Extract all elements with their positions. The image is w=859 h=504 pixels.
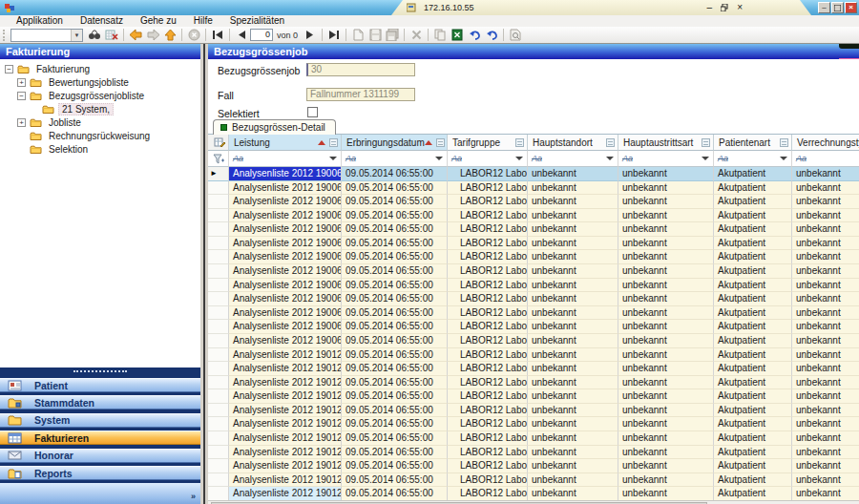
panel-splitter-grip[interactable] bbox=[0, 368, 200, 374]
nav-item-patient[interactable]: Patient bbox=[0, 378, 200, 392]
cell-erbringungsdatum[interactable]: 09.05.2014 06:55:00 bbox=[342, 250, 448, 264]
table-row[interactable]: Analysenliste 2012 1901209.05.2014 06:55… bbox=[208, 446, 859, 460]
cell-patientenart[interactable]: Akutpatient bbox=[714, 181, 792, 196]
stop-button[interactable] bbox=[185, 28, 202, 43]
column-header-verrechnungstyp-t[interactable]: Verrechnungstyp T bbox=[792, 135, 859, 151]
menu-spezialit-ten[interactable]: Spezialitäten bbox=[221, 15, 293, 27]
forward-button[interactable] bbox=[144, 28, 161, 43]
cell-verrechnungstyp-t[interactable]: unbekannt bbox=[792, 404, 859, 418]
filter-condition-icon[interactable]: Aa bbox=[346, 155, 356, 163]
cell-hauptaustrittsart[interactable]: unbekannt bbox=[618, 320, 714, 334]
cell-hauptaustrittsart[interactable]: unbekannt bbox=[618, 417, 714, 431]
cell-hauptaustrittsart[interactable]: unbekannt bbox=[618, 362, 714, 376]
window-close-button[interactable]: × bbox=[845, 2, 857, 13]
grid-customize-icon[interactable] bbox=[208, 135, 229, 151]
cell-hauptstandort[interactable]: unbekannt bbox=[528, 250, 618, 264]
horizontal-scrollbar[interactable] bbox=[208, 500, 859, 504]
table-row[interactable]: Analysenliste 2012 1900609.05.2014 06:55… bbox=[208, 279, 859, 293]
undo-all-button[interactable] bbox=[483, 28, 500, 43]
nav-item-stammdaten[interactable]: Stammdaten bbox=[0, 395, 200, 410]
cell-patientenart[interactable]: Akutpatient bbox=[714, 417, 792, 431]
cell-leistung[interactable]: Analysenliste 2012 19006 bbox=[229, 320, 342, 334]
cell-tarifgruppe[interactable]: LABOR12 Laborana bbox=[448, 167, 528, 181]
pin-icon[interactable] bbox=[4, 2, 15, 13]
cell-leistung[interactable]: Analysenliste 2012 19012 bbox=[229, 473, 342, 488]
cell-verrechnungstyp-t[interactable]: unbekannt bbox=[792, 459, 859, 473]
cell-patientenart[interactable]: Akutpatient bbox=[714, 487, 792, 500]
cell-verrechnungstyp-t[interactable]: unbekannt bbox=[792, 209, 859, 223]
find-button[interactable] bbox=[86, 28, 103, 43]
cell-erbringungsdatum[interactable]: 09.05.2014 06:55:00 bbox=[342, 404, 448, 418]
table-row[interactable]: Analysenliste 2012 1900609.05.2014 06:55… bbox=[208, 264, 859, 279]
cell-hauptaustrittsart[interactable]: unbekannt bbox=[618, 306, 714, 321]
cell-hauptstandort[interactable]: unbekannt bbox=[528, 320, 618, 334]
cell-hauptstandort[interactable]: unbekannt bbox=[528, 195, 618, 209]
column-header-patientenart[interactable]: Patientenart bbox=[714, 135, 792, 151]
cell-leistung[interactable]: Analysenliste 2012 19006 bbox=[229, 209, 342, 223]
cell-patientenart[interactable]: Akutpatient bbox=[714, 459, 792, 473]
previous-record-button[interactable] bbox=[233, 28, 250, 43]
cell-patientenart[interactable]: Akutpatient bbox=[714, 279, 792, 293]
cell-verrechnungstyp-t[interactable]: unbekannt bbox=[792, 320, 859, 334]
table-row[interactable]: Analysenliste 2012 1900609.05.2014 06:55… bbox=[208, 222, 859, 237]
cell-patientenart[interactable]: Akutpatient bbox=[714, 431, 792, 446]
cell-leistung[interactable]: Analysenliste 2012 19012 bbox=[229, 404, 342, 418]
table-row[interactable]: Analysenliste 2012 1900609.05.2014 06:55… bbox=[208, 306, 859, 321]
cell-hauptstandort[interactable]: unbekannt bbox=[528, 181, 618, 196]
tree-item-bewertungsjobliste[interactable]: +Bewertungsjobliste bbox=[0, 75, 200, 89]
cell-leistung[interactable]: Analysenliste 2012 19012 bbox=[229, 487, 342, 500]
cell-erbringungsdatum[interactable]: 09.05.2014 06:55:00 bbox=[342, 459, 448, 473]
filter-condition-icon[interactable]: Aa bbox=[451, 155, 462, 163]
filter-dropdown-icon[interactable] bbox=[780, 157, 787, 160]
cell-erbringungsdatum[interactable]: 09.05.2014 06:55:00 bbox=[342, 389, 448, 404]
cell-tarifgruppe[interactable]: LABOR12 Laborana bbox=[448, 306, 528, 321]
cell-leistung[interactable]: Analysenliste 2012 19006 bbox=[229, 264, 342, 279]
combo-dropdown-icon[interactable]: ▼ bbox=[71, 30, 82, 41]
cell-hauptaustrittsart[interactable]: unbekannt bbox=[618, 209, 714, 223]
cell-leistung[interactable]: Analysenliste 2012 19012 bbox=[229, 348, 342, 363]
cell-tarifgruppe[interactable]: LABOR12 Laborana bbox=[448, 222, 528, 237]
rdp-session-tab[interactable]: 172.16.10.55 – × bbox=[391, 0, 811, 15]
session-restore-icon[interactable] bbox=[721, 4, 728, 11]
cell-leistung[interactable]: Analysenliste 2012 19006 bbox=[229, 237, 342, 251]
filter-cell-hauptaustrittsart[interactable]: Aa bbox=[618, 151, 714, 167]
cell-hauptaustrittsart[interactable]: unbekannt bbox=[618, 446, 714, 460]
table-row[interactable]: Analysenliste 2012 1901209.05.2014 06:55… bbox=[208, 389, 859, 404]
filter-cell-patientenart[interactable]: Aa bbox=[714, 151, 792, 167]
cell-hauptstandort[interactable]: unbekannt bbox=[528, 306, 618, 321]
cell-hauptaustrittsart[interactable]: unbekannt bbox=[618, 195, 714, 209]
window-maximize-button[interactable] bbox=[831, 2, 844, 13]
back-button[interactable] bbox=[127, 28, 144, 43]
save-button[interactable] bbox=[367, 28, 384, 43]
cell-verrechnungstyp-t[interactable]: unbekannt bbox=[792, 473, 859, 488]
cell-tarifgruppe[interactable]: LABOR12 Laborana bbox=[448, 279, 528, 293]
cell-leistung[interactable]: Analysenliste 2012 19012 bbox=[229, 431, 342, 446]
cell-hauptaustrittsart[interactable]: unbekannt bbox=[618, 376, 714, 390]
export-excel-button[interactable] bbox=[449, 28, 466, 43]
filter-cell-verrechnungstyp-t[interactable]: Aa bbox=[792, 151, 859, 167]
column-header-hauptaustrittsart[interactable]: Hauptaustrittsart bbox=[618, 135, 714, 151]
table-row[interactable]: Analysenliste 2012 1900609.05.2014 06:55… bbox=[208, 250, 859, 264]
cell-tarifgruppe[interactable]: LABOR12 Laborana bbox=[448, 362, 528, 376]
cell-hauptstandort[interactable]: unbekannt bbox=[528, 404, 618, 418]
table-row[interactable]: Analysenliste 2012 1900609.05.2014 06:55… bbox=[208, 209, 859, 223]
save-all-button[interactable] bbox=[384, 28, 401, 43]
cell-erbringungsdatum[interactable]: 09.05.2014 06:55:00 bbox=[342, 446, 448, 460]
cell-leistung[interactable]: Analysenliste 2012 19006 bbox=[229, 306, 342, 321]
cell-verrechnungstyp-t[interactable]: unbekannt bbox=[792, 487, 859, 500]
cell-erbringungsdatum[interactable]: 09.05.2014 06:55:00 bbox=[342, 348, 448, 363]
cell-hauptaustrittsart[interactable]: unbekannt bbox=[618, 389, 714, 404]
session-close-icon[interactable]: × bbox=[737, 3, 743, 12]
cell-verrechnungstyp-t[interactable]: unbekannt bbox=[792, 376, 859, 390]
cell-hauptstandort[interactable]: unbekannt bbox=[528, 264, 618, 279]
cell-hauptaustrittsart[interactable]: unbekannt bbox=[618, 250, 714, 264]
cell-verrechnungstyp-t[interactable]: unbekannt bbox=[792, 222, 859, 237]
collapse-icon[interactable]: − bbox=[17, 92, 26, 100]
cell-verrechnungstyp-t[interactable]: unbekannt bbox=[792, 292, 859, 306]
cell-hauptaustrittsart[interactable]: unbekannt bbox=[618, 292, 714, 306]
cell-leistung[interactable]: Analysenliste 2012 19006 bbox=[229, 292, 342, 306]
cell-verrechnungstyp-t[interactable]: unbekannt bbox=[792, 250, 859, 264]
filter-condition-icon[interactable]: Aa bbox=[622, 155, 633, 163]
record-position-input[interactable]: 0 bbox=[250, 29, 273, 41]
expand-icon[interactable]: + bbox=[17, 78, 26, 87]
